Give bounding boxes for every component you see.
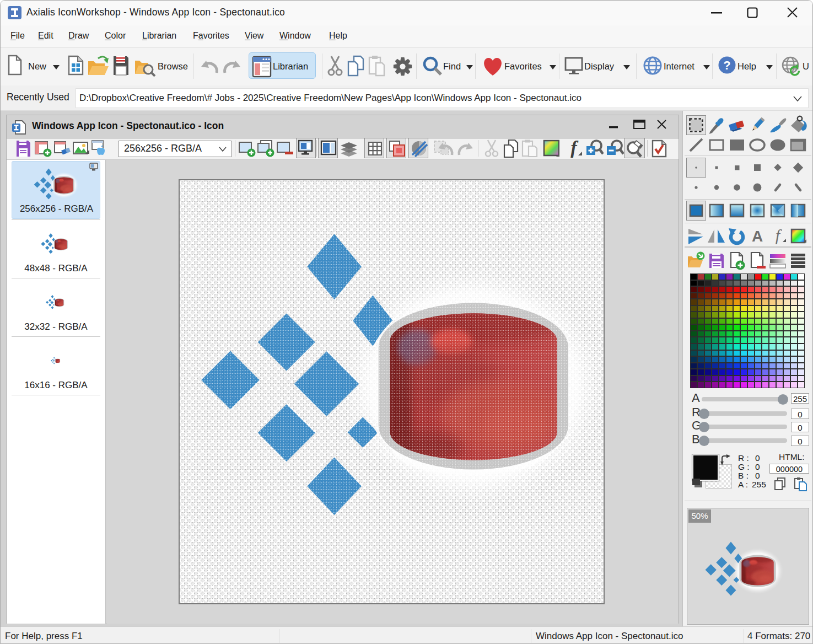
svg-text:?: ? xyxy=(723,58,730,72)
svg-text:A: A xyxy=(752,228,763,245)
svg-text:f: f xyxy=(570,138,579,158)
svg-text:f: f xyxy=(776,226,782,244)
